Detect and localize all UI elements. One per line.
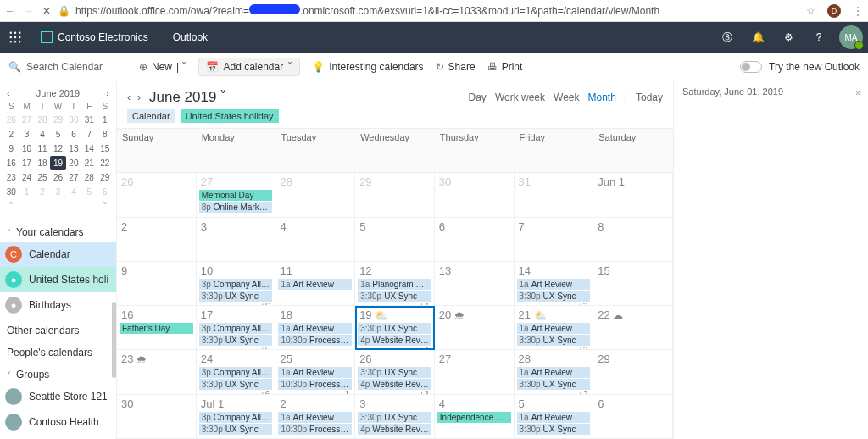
mini-day[interactable]: 10 (19, 142, 34, 156)
mini-down-icon[interactable]: ˅ (103, 201, 108, 213)
event-chip[interactable]: 3:30pUX Sync (517, 335, 591, 346)
group-item[interactable]: Seattle Store 121 (0, 384, 116, 409)
day-cell[interactable]: 28 (275, 173, 355, 217)
mini-day[interactable]: 30 (3, 185, 19, 199)
day-cell[interactable]: 8 (593, 218, 673, 262)
mini-day[interactable]: 19 (50, 156, 65, 170)
event-chip[interactable]: 1aArt Review (278, 367, 352, 378)
day-cell[interactable]: 27 (435, 350, 515, 394)
group-item[interactable]: Contoso Health (0, 409, 116, 435)
mini-day[interactable]: 3 (50, 185, 65, 199)
day-cell[interactable]: 21 ⛅1aArt Review3:30pUX Sync+2 (515, 306, 594, 350)
mini-day[interactable]: 6 (97, 185, 113, 199)
day-cell[interactable]: 30 (435, 173, 515, 217)
day-cell[interactable]: 281aArt Review3:30pUX Sync+2 (515, 350, 594, 394)
mini-day[interactable]: 30 (66, 113, 81, 127)
help-icon[interactable]: ? (804, 31, 834, 43)
day-cell[interactable]: 111aArt Review (275, 262, 355, 306)
mini-day[interactable]: 20 (66, 156, 81, 170)
forward-icon[interactable]: → (24, 5, 34, 17)
print-button[interactable]: 🖶Print (487, 61, 523, 73)
try-new-toggle[interactable] (740, 61, 762, 73)
mini-day[interactable]: 5 (50, 127, 65, 142)
mini-day[interactable]: 27 (19, 113, 34, 127)
mini-day[interactable]: 11 (35, 142, 50, 156)
day-cell[interactable]: 13 (435, 262, 515, 306)
new-button[interactable]: ⊕New | ˅ (139, 61, 186, 73)
day-cell[interactable]: 4Independence Day (435, 395, 515, 439)
mini-day[interactable]: 22 (97, 156, 113, 170)
day-cell[interactable]: 7 (515, 218, 594, 262)
event-chip[interactable]: 3:30pUX Sync (517, 424, 591, 435)
mini-up-icon[interactable]: ˄ (8, 201, 14, 213)
app-launcher-icon[interactable] (0, 31, 31, 43)
day-cell[interactable]: 141aArt Review3:30pUX Sync+2 (515, 262, 594, 306)
mini-day[interactable]: 29 (97, 170, 113, 185)
event-chip[interactable]: 3:30pUX Sync (358, 412, 431, 423)
browser-profile[interactable]: D (827, 4, 841, 18)
expand-icon[interactable]: » (855, 86, 861, 98)
event-chip[interactable]: 1aArt Review (278, 279, 352, 290)
other-calendars-header[interactable]: Other calendars (0, 318, 116, 340)
event-chip[interactable]: 1aArt Review (517, 412, 591, 423)
mini-day[interactable]: 25 (35, 170, 50, 185)
event-chip[interactable]: 3:30pUX Sync (199, 424, 273, 435)
mini-day[interactable]: 14 (81, 142, 97, 156)
mini-next-icon[interactable]: › (106, 88, 109, 98)
day-cell[interactable]: 19 ⛅3:30pUX Sync4pWebsite Review+4 (355, 306, 435, 350)
day-cell[interactable]: 30 (117, 395, 197, 439)
day-cell[interactable]: 243pCompany All Hanc3:30pUX Sync+6 (197, 350, 276, 394)
mini-day[interactable]: 16 (3, 156, 19, 170)
mini-day[interactable]: 31 (81, 113, 97, 127)
event-chip[interactable]: 4pWebsite Review (358, 424, 431, 435)
event-chip[interactable]: 3:30pUX Sync (199, 335, 273, 346)
event-chip[interactable]: 1aArt Review (278, 412, 352, 423)
add-calendar-button[interactable]: 📅Add calendar ˅ (198, 58, 300, 76)
mini-day[interactable]: 23 (3, 170, 19, 185)
mini-day[interactable]: 1 (19, 185, 34, 199)
day-cell[interactable]: Jun 1 (593, 173, 673, 217)
day-cell[interactable]: 9 (117, 262, 197, 306)
mini-day[interactable]: 2 (3, 127, 19, 142)
mini-day[interactable]: 9 (3, 142, 19, 156)
mini-day[interactable]: 5 (81, 185, 97, 199)
day-cell[interactable]: 3 (197, 218, 276, 262)
day-cell[interactable]: 27Memorial Day8pOnline Marketing (197, 173, 276, 217)
day-cell[interactable]: 22 ☁ (593, 306, 673, 350)
mini-day[interactable]: 6 (66, 127, 81, 142)
day-cell[interactable]: 2 (117, 218, 197, 262)
event-chip[interactable]: 3:30pUX Sync (358, 367, 431, 378)
event-chip[interactable]: 3:30pUX Sync (517, 379, 591, 390)
next-month-icon[interactable]: › (137, 92, 141, 103)
event-chip[interactable]: 3pCompany All Hanc (199, 367, 273, 378)
star-icon[interactable]: ☆ (806, 5, 815, 17)
menu-icon[interactable]: ⋮ (853, 5, 863, 17)
mini-day[interactable]: 26 (50, 170, 65, 185)
day-cell[interactable]: 29 (593, 350, 673, 394)
day-cell[interactable]: 29 (355, 173, 435, 217)
event-chip[interactable]: 1aArt Review (517, 279, 591, 290)
mini-day[interactable]: 26 (3, 113, 19, 127)
view-range-day[interactable]: Day (469, 92, 487, 103)
event-chip[interactable]: 3:30pUX Sync (199, 379, 273, 390)
mini-day[interactable]: 28 (35, 113, 50, 127)
event-chip[interactable]: Memorial Day (199, 190, 273, 201)
calendar-tag[interactable]: Calendar (127, 109, 175, 123)
event-chip[interactable]: 1aArt Review (517, 323, 591, 334)
address-bar[interactable]: 🔒 https://outlook.office.com/owa/?realm=… (58, 4, 799, 17)
view-range-week[interactable]: Week (554, 92, 579, 103)
mini-day[interactable]: 27 (66, 170, 81, 185)
stop-icon[interactable]: ✕ (42, 5, 51, 17)
account-avatar[interactable]: MA (839, 25, 863, 49)
interesting-calendars-button[interactable]: 💡Interesting calendars (312, 61, 423, 73)
mini-day[interactable]: 28 (81, 170, 97, 185)
day-cell[interactable]: 23 🌧 (117, 350, 197, 394)
day-cell[interactable]: 26 (117, 173, 197, 217)
skype-icon[interactable]: Ⓢ (712, 31, 743, 45)
settings-icon[interactable]: ⚙ (773, 31, 804, 43)
mini-day[interactable]: 17 (19, 156, 34, 170)
event-chip[interactable]: 3:30pUX Sync (358, 323, 431, 334)
event-chip[interactable]: 3:30pUX Sync (358, 291, 431, 302)
mini-day[interactable]: 24 (19, 170, 34, 185)
event-chip[interactable]: 3:30pUX Sync (199, 291, 273, 302)
